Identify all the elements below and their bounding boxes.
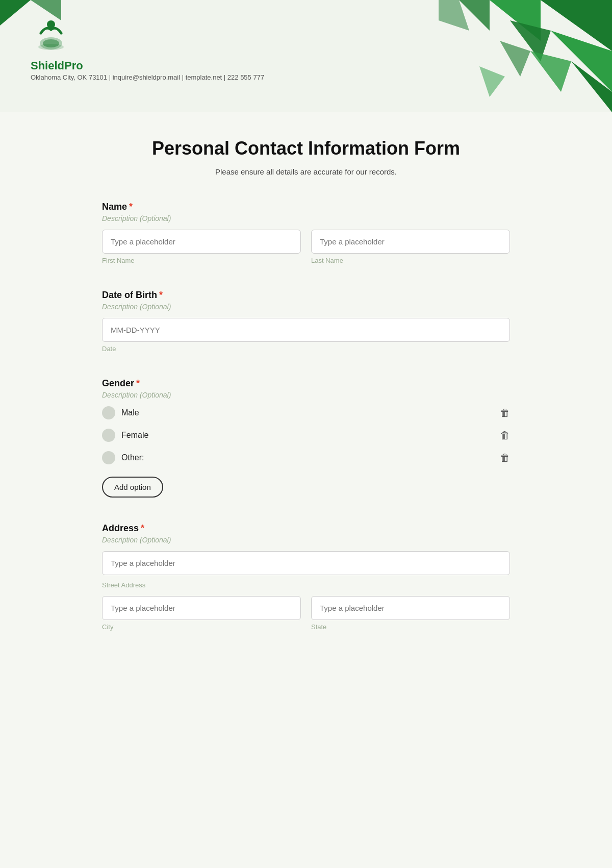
- svg-point-5: [38, 44, 64, 50]
- radio-left-other: Other:: [102, 451, 144, 464]
- section-dob-label: Date of Birth*: [102, 290, 510, 301]
- main-content: Personal Contact Information Form Please…: [82, 112, 530, 697]
- state-input[interactable]: [311, 596, 510, 620]
- city-sublabel: City: [102, 623, 301, 631]
- section-gender-description: Description (Optional): [102, 391, 510, 399]
- radio-label-other: Other:: [121, 453, 144, 462]
- required-star-address: *: [141, 523, 144, 533]
- section-address: Address* Description (Optional) Street A…: [102, 523, 510, 631]
- section-dob-description: Description (Optional): [102, 303, 510, 311]
- logo-area: ShieldPro Oklahoma City, OK 73101 | inqu…: [31, 15, 581, 81]
- city-input[interactable]: [102, 596, 301, 620]
- last-name-input[interactable]: [311, 230, 510, 254]
- radio-left-female: Female: [102, 429, 148, 442]
- add-option-button[interactable]: Add option: [102, 477, 163, 498]
- dob-input[interactable]: [102, 318, 510, 342]
- section-dob: Date of Birth* Description (Optional) Da…: [102, 290, 510, 353]
- radio-option-female: Female 🗑: [102, 429, 510, 442]
- first-name-sublabel: First Name: [102, 257, 301, 264]
- header: ShieldPro Oklahoma City, OK 73101 | inqu…: [0, 0, 612, 112]
- street-address-sublabel: Street Address: [102, 581, 510, 589]
- radio-label-female: Female: [121, 431, 148, 440]
- brand-name: ShieldPro: [31, 59, 83, 72]
- section-address-description: Description (Optional): [102, 536, 510, 544]
- radio-option-male: Male 🗑: [102, 406, 510, 419]
- section-name-label: Name*: [102, 202, 510, 212]
- required-star: *: [129, 202, 133, 212]
- radio-option-other: Other: 🗑: [102, 451, 510, 464]
- street-address-input[interactable]: [102, 551, 510, 575]
- city-state-row: [102, 596, 510, 620]
- section-name: Name* Description (Optional) First Name …: [102, 202, 510, 264]
- name-sublabel-row: First Name Last Name: [102, 257, 510, 264]
- delete-icon-other[interactable]: 🗑: [500, 452, 510, 464]
- section-name-description: Description (Optional): [102, 214, 510, 222]
- form-subtitle: Please ensure all details are accurate f…: [102, 167, 510, 176]
- logo-icon: [31, 15, 71, 56]
- delete-icon-male[interactable]: 🗑: [500, 407, 510, 419]
- dob-sublabel: Date: [102, 345, 510, 353]
- radio-circle-other[interactable]: [102, 451, 115, 464]
- delete-icon-female[interactable]: 🗑: [500, 430, 510, 441]
- section-gender: Gender* Description (Optional) Male 🗑 Fe…: [102, 378, 510, 498]
- last-name-sublabel: Last Name: [311, 257, 510, 264]
- radio-circle-male[interactable]: [102, 406, 115, 419]
- form-title: Personal Contact Information Form: [102, 138, 510, 159]
- svg-marker-0: [0, 0, 31, 26]
- state-sublabel: State: [311, 623, 510, 631]
- section-address-label: Address*: [102, 523, 510, 534]
- city-state-sublabel-row: City State: [102, 623, 510, 631]
- radio-circle-female[interactable]: [102, 429, 115, 442]
- required-star-gender: *: [136, 378, 140, 388]
- first-name-input[interactable]: [102, 230, 301, 254]
- name-input-row: [102, 230, 510, 254]
- required-star-dob: *: [159, 290, 163, 300]
- section-gender-label: Gender*: [102, 378, 510, 389]
- radio-left-male: Male: [102, 406, 139, 419]
- brand-address: Oklahoma City, OK 73101 | inquire@shield…: [31, 73, 264, 81]
- radio-label-male: Male: [121, 408, 139, 417]
